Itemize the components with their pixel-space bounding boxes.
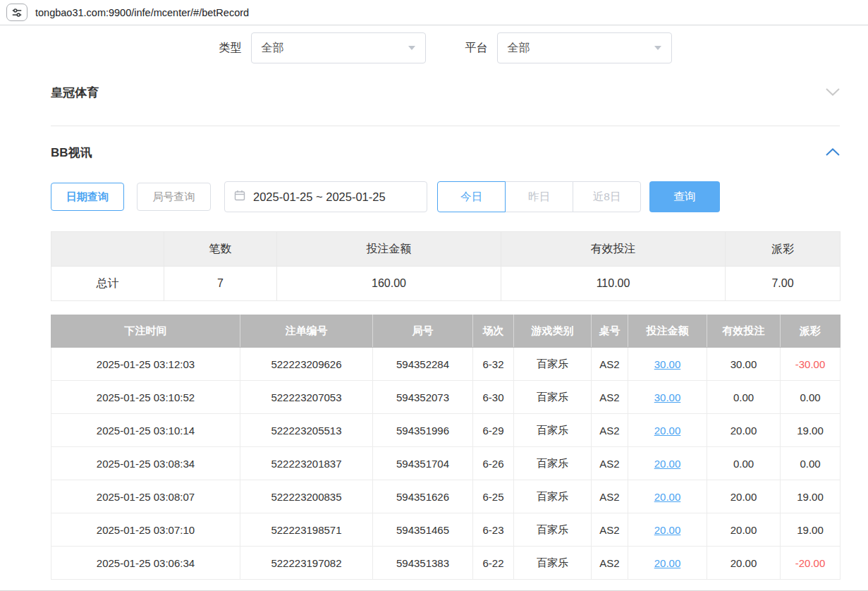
round-no-cell: 594351465 bbox=[373, 513, 473, 547]
order-no-cell: 522223198571 bbox=[240, 513, 373, 547]
site-settings-icon[interactable] bbox=[6, 4, 27, 21]
section-title: BB视讯 bbox=[51, 145, 92, 161]
column-header: 游戏类别 bbox=[514, 315, 592, 348]
payout-cell: 19.00 bbox=[781, 480, 841, 513]
chevron-up-icon[interactable] bbox=[826, 146, 840, 159]
date-range-value: 2025-01-25 ~ 2025-01-25 bbox=[253, 190, 386, 204]
bet-time-cell: 2025-01-25 03:08:34 bbox=[51, 447, 240, 480]
column-header: 桌号 bbox=[592, 315, 628, 348]
game-type-cell: 百家乐 bbox=[514, 381, 592, 414]
column-header: 派彩 bbox=[781, 315, 841, 348]
caret-down-icon bbox=[408, 46, 415, 50]
game-type-cell: 百家乐 bbox=[514, 480, 592, 513]
section-header-bb-live[interactable]: BB视讯 bbox=[51, 145, 840, 160]
payout-cell: 0.00 bbox=[781, 381, 841, 414]
valid-bet-cell: 30.00 bbox=[707, 348, 781, 381]
table-row: 2025-01-25 03:08:34522223201837594351704… bbox=[51, 447, 841, 480]
valid-bet-cell: 0.00 bbox=[707, 447, 781, 480]
table-no-cell: AS2 bbox=[592, 480, 628, 513]
column-header: 场次 bbox=[473, 315, 514, 348]
type-select[interactable]: 全部 bbox=[251, 32, 426, 63]
query-controls-row: 日期查询 局号查询 2025-01-25 ~ 2025-01-25 今日 昨日 … bbox=[51, 181, 840, 212]
bet-amount-link[interactable]: 20.00 bbox=[654, 425, 681, 437]
platform-select[interactable]: 全部 bbox=[497, 32, 672, 63]
summary-count-value: 7 bbox=[164, 267, 277, 301]
bet-amount-cell: 20.00 bbox=[628, 480, 707, 513]
session-cell: 6-29 bbox=[473, 414, 514, 447]
bet-amount-link[interactable]: 20.00 bbox=[654, 458, 681, 470]
summary-header-empty bbox=[51, 232, 164, 267]
table-row: 2025-01-25 03:12:03522223209626594352284… bbox=[51, 348, 841, 381]
table-no-cell: AS2 bbox=[592, 348, 628, 381]
round-no-cell: 594352073 bbox=[373, 381, 473, 414]
order-no-cell: 522223205513 bbox=[240, 414, 373, 447]
payout-cell: 19.00 bbox=[781, 414, 841, 447]
search-button[interactable]: 查询 bbox=[649, 181, 720, 212]
table-row: 2025-01-25 03:10:52522223207053594352073… bbox=[51, 381, 841, 414]
table-no-cell: AS2 bbox=[592, 513, 628, 547]
payout-cell: 19.00 bbox=[781, 513, 841, 547]
game-type-cell: 百家乐 bbox=[514, 513, 592, 547]
valid-bet-cell: 20.00 bbox=[707, 547, 781, 580]
date-range-input[interactable]: 2025-01-25 ~ 2025-01-25 bbox=[224, 181, 427, 212]
bet-amount-cell: 30.00 bbox=[628, 348, 707, 381]
table-row: 2025-01-25 03:06:34522223197082594351383… bbox=[51, 547, 841, 580]
bet-amount-cell: 20.00 bbox=[628, 414, 707, 447]
table-no-cell: AS2 bbox=[592, 547, 628, 580]
browser-url-bar: tongbao31.com:9900/infe/mcenter/#/betRec… bbox=[0, 0, 868, 25]
summary-payout-value: 7.00 bbox=[726, 267, 841, 301]
round-no-cell: 594352284 bbox=[373, 348, 473, 381]
summary-valid-bet-value: 110.00 bbox=[501, 267, 726, 301]
bet-amount-link[interactable]: 30.00 bbox=[654, 391, 681, 403]
valid-bet-cell: 0.00 bbox=[707, 381, 781, 414]
payout-cell: -30.00 bbox=[781, 348, 841, 381]
summary-table: 笔数 投注金额 有效投注 派彩 总计 7 160.00 110.00 7.00 bbox=[51, 231, 841, 301]
table-row: 2025-01-25 03:08:07522223200835594351626… bbox=[51, 480, 841, 513]
summary-total-row: 总计 7 160.00 110.00 7.00 bbox=[51, 267, 841, 301]
date-query-button[interactable]: 日期查询 bbox=[51, 183, 124, 211]
detail-table-body: 2025-01-25 03:12:03522223209626594352284… bbox=[51, 348, 841, 580]
valid-bet-cell: 20.00 bbox=[707, 480, 781, 513]
valid-bet-cell: 20.00 bbox=[707, 513, 781, 547]
platform-select-value: 全部 bbox=[508, 41, 530, 56]
today-button[interactable]: 今日 bbox=[437, 181, 506, 212]
bet-time-cell: 2025-01-25 03:07:10 bbox=[51, 513, 240, 547]
bet-amount-link[interactable]: 20.00 bbox=[654, 557, 681, 569]
quick-range-button-group: 今日 昨日 近8日 bbox=[437, 181, 641, 212]
table-row: 2025-01-25 03:10:14522223205513594351996… bbox=[51, 414, 841, 447]
bet-amount-link[interactable]: 20.00 bbox=[654, 491, 681, 503]
game-type-cell: 百家乐 bbox=[514, 547, 592, 580]
game-type-cell: 百家乐 bbox=[514, 447, 592, 480]
summary-bet-amount-value: 160.00 bbox=[277, 267, 501, 301]
type-filter-label: 类型 bbox=[219, 41, 242, 56]
game-type-cell: 百家乐 bbox=[514, 348, 592, 381]
round-query-button[interactable]: 局号查询 bbox=[137, 183, 211, 211]
bet-amount-cell: 20.00 bbox=[628, 513, 707, 547]
column-header: 投注金额 bbox=[628, 315, 707, 348]
summary-header-count: 笔数 bbox=[164, 232, 277, 267]
bet-amount-link[interactable]: 30.00 bbox=[654, 358, 681, 370]
column-header: 有效投注 bbox=[707, 315, 781, 348]
chevron-down-icon[interactable] bbox=[826, 86, 840, 99]
detail-header-row: 下注时间注单编号局号场次游戏类别桌号投注金额有效投注派彩 bbox=[51, 315, 841, 348]
order-no-cell: 522223209626 bbox=[240, 348, 373, 381]
table-no-cell: AS2 bbox=[592, 414, 628, 447]
payout-cell: 0.00 bbox=[781, 447, 841, 480]
bet-amount-cell: 20.00 bbox=[628, 447, 707, 480]
bet-time-cell: 2025-01-25 03:08:07 bbox=[51, 480, 240, 513]
url-text[interactable]: tongbao31.com:9900/infe/mcenter/#/betRec… bbox=[35, 7, 249, 18]
bet-amount-link[interactable]: 20.00 bbox=[654, 524, 681, 536]
order-no-cell: 522223200835 bbox=[240, 480, 373, 513]
summary-header-payout: 派彩 bbox=[726, 232, 841, 267]
order-no-cell: 522223207053 bbox=[240, 381, 373, 414]
order-no-cell: 522223197082 bbox=[240, 547, 373, 580]
yesterday-button[interactable]: 昨日 bbox=[505, 181, 573, 212]
section-header-crown-sports[interactable]: 皇冠体育 bbox=[51, 85, 840, 100]
last8days-button[interactable]: 近8日 bbox=[573, 181, 641, 212]
column-header: 注单编号 bbox=[240, 315, 373, 348]
bet-amount-cell: 30.00 bbox=[628, 381, 707, 414]
platform-filter-label: 平台 bbox=[465, 41, 488, 56]
bet-detail-table: 下注时间注单编号局号场次游戏类别桌号投注金额有效投注派彩 2025-01-25 … bbox=[51, 315, 841, 580]
section-divider bbox=[51, 126, 840, 126]
bet-amount-cell: 20.00 bbox=[628, 547, 707, 580]
